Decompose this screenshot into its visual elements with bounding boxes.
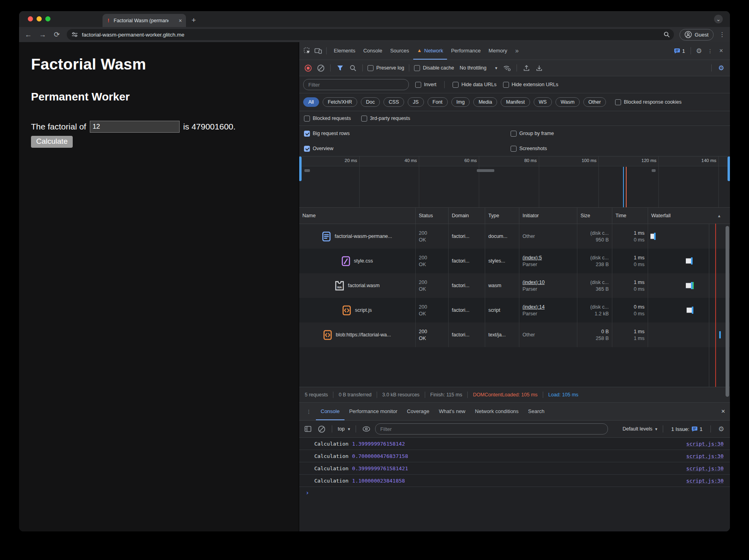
- tab-console[interactable]: Console: [359, 42, 386, 60]
- address-bar[interactable]: factorial-wasm-permanent-worker.glitch.m…: [67, 29, 674, 40]
- filter-chip-img[interactable]: Img: [451, 97, 470, 107]
- overview-checkbox[interactable]: [304, 146, 310, 152]
- column-header-size[interactable]: Size: [577, 208, 612, 224]
- initiator-link[interactable]: (index):10: [523, 280, 574, 285]
- tab-performance[interactable]: Performance: [447, 42, 484, 60]
- drawer-tab-console[interactable]: Console: [316, 403, 345, 420]
- request-row[interactable]: WAfactorial.wasm200OKfactori...wasm(inde…: [299, 273, 730, 298]
- forward-button[interactable]: →: [38, 31, 47, 39]
- back-button[interactable]: ←: [24, 31, 33, 39]
- filter-chip-js[interactable]: JS: [408, 97, 424, 107]
- big-request-rows-toggle[interactable]: Big request rows: [304, 131, 350, 137]
- screenshots-toggle[interactable]: Screenshots: [511, 146, 547, 152]
- overview-toggle[interactable]: Overview: [304, 146, 333, 152]
- filter-chip-other[interactable]: Other: [583, 97, 606, 107]
- invert-toggle[interactable]: Invert: [415, 82, 436, 88]
- console-prompt[interactable]: ›: [299, 487, 730, 499]
- filter-chip-fetch-xhr[interactable]: Fetch/XHR: [323, 97, 357, 107]
- filter-chip-css[interactable]: CSS: [383, 97, 404, 107]
- request-row[interactable]: script.js200OKfactori...script(index):14…: [299, 298, 730, 322]
- column-header-status[interactable]: Status: [416, 208, 449, 224]
- request-row[interactable]: blob:https://factorial-wa...200OKfactori…: [299, 322, 730, 347]
- blocked-requests-toggle[interactable]: Blocked requests: [304, 116, 351, 122]
- drawer-close-icon[interactable]: ×: [721, 407, 725, 415]
- invert-checkbox[interactable]: [415, 82, 421, 88]
- filter-chip-manifest[interactable]: Manifest: [501, 97, 530, 107]
- request-row[interactable]: factorial-wasm-permane...200OKfactori...…: [299, 224, 730, 249]
- tab-memory[interactable]: Memory: [485, 42, 511, 60]
- console-sidebar-icon[interactable]: [303, 424, 313, 434]
- drawer-tab-what-s-new[interactable]: What's new: [434, 403, 470, 420]
- drawer-tab-network-conditions[interactable]: Network conditions: [470, 403, 523, 420]
- minimize-window-button[interactable]: [37, 16, 42, 21]
- devtools-settings-icon[interactable]: ⚙: [694, 46, 704, 56]
- network-conditions-icon[interactable]: [502, 63, 512, 73]
- issues-counter[interactable]: 1: [672, 48, 687, 54]
- group-by-frame-checkbox[interactable]: [511, 131, 517, 137]
- initiator-link[interactable]: (index):5: [523, 255, 574, 261]
- preserve-log-toggle[interactable]: Preserve log: [368, 65, 404, 71]
- message-source-link[interactable]: script.js:30: [686, 441, 724, 447]
- big-request-rows-checkbox[interactable]: [304, 131, 310, 137]
- import-har-icon[interactable]: [522, 63, 531, 73]
- log-levels-dropdown[interactable]: Default levels ▾: [623, 426, 658, 432]
- context-selector[interactable]: top ▾: [338, 426, 350, 432]
- drawer-tab-search[interactable]: Search: [523, 403, 549, 420]
- clear-console-icon[interactable]: [317, 424, 326, 434]
- network-filter-input[interactable]: [303, 79, 409, 90]
- column-header-waterfall[interactable]: Waterfall▲: [648, 208, 730, 224]
- initiator-link[interactable]: (index):14: [523, 304, 574, 310]
- url-text[interactable]: factorial-wasm-permanent-worker.glitch.m…: [82, 32, 660, 38]
- sort-asc-icon[interactable]: ▲: [717, 214, 727, 218]
- request-row[interactable]: style.css200OKfactori...styles...(index)…: [299, 249, 730, 273]
- clear-network-icon[interactable]: [316, 63, 325, 73]
- zoom-search-icon[interactable]: [664, 31, 670, 38]
- console-settings-icon[interactable]: ⚙: [716, 424, 726, 434]
- screenshots-checkbox[interactable]: [511, 146, 517, 152]
- browser-tab[interactable]: ! Factorial Wasm (permanent W ×: [103, 14, 186, 27]
- hide-extension-urls-toggle[interactable]: Hide extension URLs: [503, 82, 558, 88]
- group-by-frame-toggle[interactable]: Group by frame: [511, 131, 554, 137]
- calculate-button[interactable]: Calculate: [31, 136, 73, 148]
- blocked-response-cookies-checkbox[interactable]: [615, 99, 621, 105]
- column-header-name[interactable]: Name: [299, 208, 416, 224]
- devtools-close-icon[interactable]: ×: [716, 46, 726, 56]
- blocked-requests-checkbox[interactable]: [304, 116, 310, 122]
- device-toolbar-icon[interactable]: [314, 46, 323, 56]
- console-issues-counter[interactable]: 1 Issue: 1: [669, 426, 705, 432]
- tab-network[interactable]: ▲Network: [413, 42, 447, 60]
- devtools-menu-icon[interactable]: ⋮: [705, 46, 715, 56]
- eye-icon[interactable]: [362, 424, 371, 434]
- inspect-element-icon[interactable]: [302, 46, 312, 56]
- profile-chip[interactable]: Guest: [679, 29, 714, 41]
- disable-cache-checkbox[interactable]: [414, 65, 420, 71]
- drawer-tab-performance-monitor[interactable]: Performance monitor: [345, 403, 402, 420]
- site-settings-icon[interactable]: [72, 32, 78, 37]
- column-header-initiator[interactable]: Initiator: [519, 208, 577, 224]
- close-window-button[interactable]: [28, 16, 33, 21]
- filter-chip-all[interactable]: All: [303, 97, 319, 107]
- network-search-icon[interactable]: [348, 63, 358, 73]
- factorial-input[interactable]: [90, 121, 180, 133]
- network-settings-gear-icon[interactable]: ⚙: [716, 63, 726, 73]
- timeline-right-handle[interactable]: [728, 156, 730, 181]
- throttling-dropdown[interactable]: No throttling ▾: [460, 65, 497, 71]
- zoom-window-button[interactable]: [45, 16, 50, 21]
- column-header-domain[interactable]: Domain: [449, 208, 485, 224]
- tab-search-button[interactable]: ⌄: [714, 15, 723, 23]
- message-source-link[interactable]: script.js:30: [686, 478, 724, 484]
- filter-chip-media[interactable]: Media: [473, 97, 497, 107]
- timeline-left-handle[interactable]: [299, 156, 302, 181]
- disable-cache-toggle[interactable]: Disable cache: [414, 65, 454, 71]
- console-filter-input[interactable]: [375, 423, 608, 434]
- reload-button[interactable]: ⟳: [52, 30, 61, 39]
- message-source-link[interactable]: script.js:30: [686, 465, 724, 471]
- filter-chip-font[interactable]: Font: [428, 97, 448, 107]
- third-party-toggle[interactable]: 3rd-party requests: [361, 116, 410, 122]
- network-overview-timeline[interactable]: 20 ms40 ms60 ms80 ms100 ms120 ms140 ms: [299, 156, 730, 208]
- hide-data-urls-toggle[interactable]: Hide data URLs: [453, 82, 496, 88]
- filter-chip-ws[interactable]: WS: [534, 97, 552, 107]
- tab-elements[interactable]: Elements: [330, 42, 359, 60]
- hide-extension-urls-checkbox[interactable]: [503, 82, 509, 88]
- message-source-link[interactable]: script.js:30: [686, 453, 724, 459]
